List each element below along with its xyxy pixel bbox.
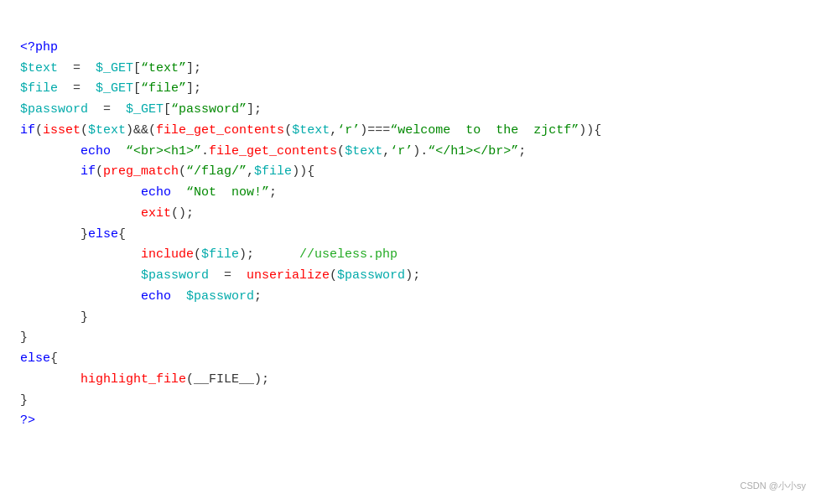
kw-else2: else: [20, 351, 50, 366]
str-flag-pattern: “/flag/”: [186, 164, 247, 179]
str-password: “password”: [171, 102, 247, 117]
php-open-tag: <?php: [20, 40, 58, 55]
str-h1-br: “</h1></br>”: [428, 144, 518, 158]
var-text: $text: [20, 61, 58, 75]
str-br-h1: “<br><h1>”: [126, 144, 201, 158]
str-file: “file”: [141, 81, 186, 96]
fn-file-get-contents1: file_get_contents: [156, 123, 284, 138]
get-text: $_GET: [96, 61, 133, 75]
get-password: $_GET: [126, 102, 164, 117]
var-password: $password: [20, 102, 88, 117]
var-file: $file: [20, 81, 58, 96]
str-r2: ‘r’: [390, 144, 413, 158]
code-display: <?php $text = $_GET[“text”]; $file = $_G…: [20, 17, 801, 432]
var-text2: $text: [88, 123, 126, 138]
fn-include: include: [141, 247, 194, 262]
var-password4: $password: [186, 289, 254, 304]
var-text4: $text: [345, 144, 382, 158]
fn-unserialize: unserialize: [247, 268, 330, 283]
get-file: $_GET: [96, 81, 133, 96]
fn-file-get-contents2: file_get_contents: [209, 144, 337, 158]
fn-exit: exit: [141, 206, 171, 221]
var-file3: $file: [201, 247, 239, 262]
kw-if2: if: [81, 164, 96, 179]
kw-echo3: echo: [141, 289, 171, 304]
str-welcome: “welcome to the zjctf”: [390, 123, 579, 138]
fn-isset: isset: [43, 123, 81, 138]
var-password2: $password: [141, 268, 209, 283]
kw-echo2: echo: [141, 185, 171, 200]
str-text: “text”: [141, 61, 186, 75]
str-r1: ‘r’: [337, 123, 360, 138]
var-file2: $file: [254, 164, 292, 179]
php-close-tag: ?>: [20, 413, 35, 428]
comment-useless: //useless.php: [299, 247, 398, 262]
watermark: CSDN @小小sy: [740, 479, 806, 494]
var-text3: $text: [292, 123, 330, 138]
kw-else1: else: [88, 227, 118, 242]
kw-echo1: echo: [81, 144, 111, 158]
var-password3: $password: [337, 268, 405, 283]
fn-highlight-file: highlight_file: [81, 372, 186, 387]
kw-if: if: [20, 123, 35, 138]
fn-preg-match: preg_match: [103, 164, 179, 179]
str-not-now: “Not now!”: [186, 185, 269, 200]
